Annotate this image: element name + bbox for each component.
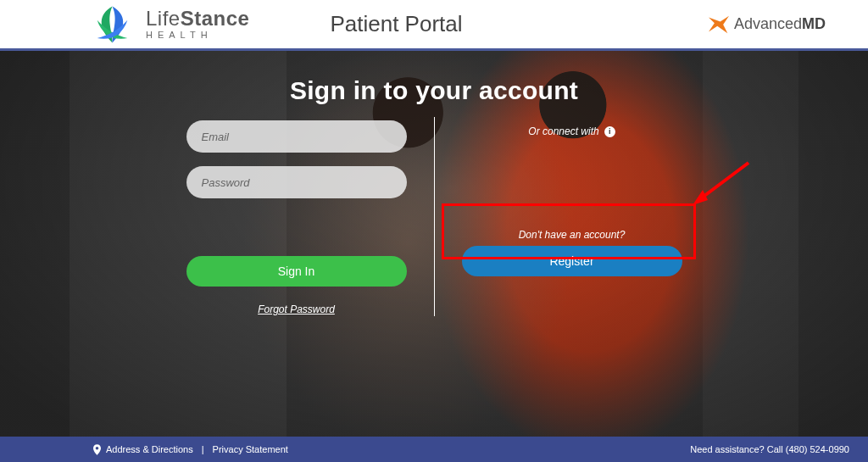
annotation-arrow-icon <box>686 158 754 209</box>
svg-marker-1 <box>693 190 708 205</box>
map-pin-icon <box>93 444 101 455</box>
advancedmd-prefix: Advanced <box>734 15 802 32</box>
password-field[interactable] <box>186 166 407 198</box>
page-title: Patient Portal <box>330 11 462 37</box>
advancedmd-suffix: MD <box>802 15 826 32</box>
privacy-statement-link[interactable]: Privacy Statement <box>213 444 288 454</box>
lifestance-leaf-icon <box>89 3 136 46</box>
vertical-divider <box>434 117 435 316</box>
lifestance-word-stance: Stance <box>181 7 250 30</box>
info-icon[interactable]: i <box>604 126 615 137</box>
hummingbird-icon <box>707 14 731 35</box>
connect-with-text: Or connect with <box>528 125 598 137</box>
signin-panel: Sign in to your account Sign In Forgot P… <box>0 51 868 437</box>
lifestance-logo: LifeStance HEALTH <box>89 3 249 46</box>
header-bar: LifeStance HEALTH Patient Portal Advance… <box>0 0 868 51</box>
register-button[interactable]: Register <box>462 246 682 276</box>
footer-bar: Address & Directions | Privacy Statement… <box>0 437 868 462</box>
signin-button[interactable]: Sign In <box>186 256 407 287</box>
advancedmd-wordmark: AdvancedMD <box>734 15 826 33</box>
email-field[interactable] <box>186 120 407 153</box>
svg-line-0 <box>701 163 748 198</box>
register-panel: Or connect with i Don't have an account?… <box>453 120 691 276</box>
no-account-label: Don't have an account? <box>519 229 626 241</box>
lifestance-word-health: HEALTH <box>146 31 249 40</box>
lifestance-word-life: Life <box>146 7 181 30</box>
forgot-password-link[interactable]: Forgot Password <box>258 303 335 315</box>
signin-heading: Sign in to your account <box>290 76 578 105</box>
assistance-text: Need assistance? Call (480) 524-0990 <box>690 444 849 454</box>
hero-section: Sign in to your account Sign In Forgot P… <box>0 51 868 437</box>
signin-form: Sign In Forgot Password <box>178 120 415 315</box>
lifestance-wordmark: LifeStance HEALTH <box>146 8 249 40</box>
address-directions-link[interactable]: Address & Directions <box>106 444 193 454</box>
advancedmd-logo: AdvancedMD <box>707 14 826 35</box>
footer-separator: | <box>202 444 204 454</box>
connect-with-label: Or connect with i <box>528 125 615 137</box>
